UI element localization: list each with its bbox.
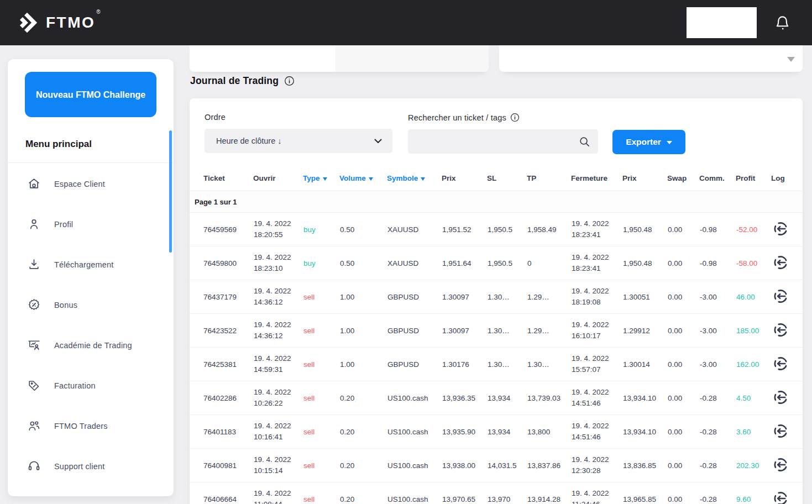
trade-row[interactable]: 7642352219. 4. 202214:36:12sell1.00GBPUS… [190,314,803,348]
sidebar-item-ftmo-traders[interactable]: FTMO Traders [8,406,174,446]
trade-row[interactable]: 7640666419. 4. 202211:08:44sell0.20US100… [190,482,803,504]
cell-open-price: 1.30097 [442,314,487,348]
cell-close-price: 1.30051 [622,280,667,314]
cell-commission: -0.98 [699,246,736,280]
sidebar-item-telechargement[interactable]: Téléchargement [8,244,174,285]
column-header-volume[interactable]: Volume [339,166,387,191]
bell-icon[interactable] [775,15,790,31]
sidebar-item-label: Téléchargement [54,260,114,269]
cell-profit: -58.00 [736,246,771,280]
download-icon [27,258,41,272]
trade-log-icon[interactable] [773,457,788,473]
cell-open-price: 13,938.00 [442,449,487,482]
traders-icon [27,419,41,433]
cell-sl: 1,950.5 [487,246,527,280]
trade-log-icon[interactable] [773,491,788,504]
cell-close-price: 13,934.10 [622,381,667,415]
cell-symbol: XAUUSD [387,213,442,246]
order-select[interactable]: Heure de clôture ↓ [205,129,392,153]
trade-log-icon[interactable] [773,423,788,439]
column-header-prix-2: Prix [622,166,667,191]
cell-open-price: 1.30176 [442,348,487,381]
sidebar-item-academie-de-trading[interactable]: Académie de Trading [8,325,174,365]
trade-log-icon[interactable] [773,356,788,371]
trade-row[interactable]: 7643717919. 4. 202214:36:12sell1.00GBPUS… [190,280,803,314]
cell-ticket: 76425381 [190,348,253,381]
trade-row[interactable]: 7640118319. 4. 202210:16:41sell0.20US100… [190,415,803,449]
trade-log-icon[interactable] [773,322,788,338]
cell-ticket: 76401183 [190,415,253,449]
column-header-type[interactable]: Type [303,166,339,191]
trade-log-icon[interactable] [773,255,788,270]
sidebar-item-espace-client[interactable]: Espace Client [8,164,174,204]
sidebar-item-label: Bonus [54,301,77,309]
sidebar-menu: Espace ClientProfilTéléchargementBonusAc… [8,163,174,486]
cell-commission: -3.00 [699,348,736,381]
cell-sl: 1,950.5 [487,213,527,246]
ticket-search-input[interactable] [417,136,578,146]
cell-open-price: 13,935.90 [442,415,487,449]
cell-swap: 0.00 [667,246,699,280]
sidebar-item-facturation[interactable]: Facturation [8,365,174,406]
sidebar-item-support-client[interactable]: Support client [8,446,174,486]
cell-sl: 13,934 [487,415,527,449]
partial-dropdown-card[interactable] [499,45,803,72]
cell-symbol: GBPUSD [387,314,442,348]
cell-close-time: 19. 4. 202214:51:46 [571,415,622,449]
search-info-icon[interactable] [510,113,520,122]
sidebar-scrollbar[interactable] [169,130,172,253]
sidebar-item-label: Support client [54,462,104,471]
cell-symbol: US100.cash [387,449,442,482]
cell-open-price: 1,951.64 [442,246,487,280]
cell-commission: -0.98 [699,213,736,246]
sort-desc-icon [369,177,373,181]
sidebar-item-bonus[interactable]: Bonus [8,285,174,325]
cell-swap: 0.00 [667,449,699,482]
user-icon [27,217,41,232]
sidebar-item-profil[interactable]: Profil [8,204,174,244]
cell-profit: 185.00 [736,314,771,348]
trade-row[interactable]: 7645956919. 4. 202218:20:55buy0.50XAUUSD… [190,213,803,246]
cell-volume: 1.00 [339,348,387,381]
cell-profit: 4.50 [736,381,771,415]
cell-volume: 0.50 [339,246,387,280]
cell-close-time: 19. 4. 202214:51:46 [571,381,622,415]
cell-sl: 13,970 [487,482,527,504]
trade-log-icon[interactable] [773,288,788,304]
cell-tp: 13,739.03 [527,381,571,415]
search-icon[interactable] [578,135,591,148]
journal-info-icon[interactable] [284,76,295,86]
cell-swap: 0.00 [667,381,699,415]
cell-profit: 162.00 [736,348,771,381]
export-button-label: Exporter [626,137,661,147]
cell-ticket: 76459800 [190,246,253,280]
cell-log [771,381,803,415]
cell-symbol: XAUUSD [387,246,442,280]
cell-volume: 1.00 [339,314,387,348]
new-ftmo-challenge-button[interactable]: Nouveau FTMO Challenge [25,72,156,117]
cell-ticket: 76423522 [190,314,253,348]
sort-desc-icon [323,177,327,181]
ftmo-logo[interactable]: FTMO® [15,11,99,34]
pagination-label: Page 1 sur 1 [190,191,803,213]
trade-row[interactable]: 7640228619. 4. 202210:26:22sell0.20US100… [190,381,803,415]
cell-open-price: 13,970.65 [442,482,487,504]
trade-row[interactable]: 7642538119. 4. 202214:59:31sell1.00GBPUS… [190,348,803,381]
column-header-symbole[interactable]: Symbole [387,166,442,191]
trade-log-icon[interactable] [773,221,788,237]
export-button[interactable]: Exporter [612,130,685,154]
cell-close-time: 19. 4. 202218:23:41 [571,213,622,246]
search-label: Rechercher un ticket / tags [408,113,506,122]
account-placeholder-button[interactable] [687,7,757,38]
cell-sl: 1.30… [487,280,527,314]
trade-row[interactable]: 7640098119. 4. 202210:15:14sell0.20US100… [190,449,803,482]
trade-row[interactable]: 7645980019. 4. 202218:23:10buy0.50XAUUSD… [190,246,803,280]
trade-log-icon[interactable] [773,390,788,405]
cell-profit: 46.00 [736,280,771,314]
cell-open-time: 19. 4. 202214:36:12 [253,280,303,314]
order-select-value: Heure de clôture ↓ [216,136,281,145]
cell-tp: 0 [527,246,571,280]
trades-table: TicketOuvrirTypeVolumeSymbolePrixSLTPFer… [190,166,803,504]
cell-close-time: 19. 4. 202211:24:46 [571,482,622,504]
column-header-fermeture: Fermeture [571,166,622,191]
